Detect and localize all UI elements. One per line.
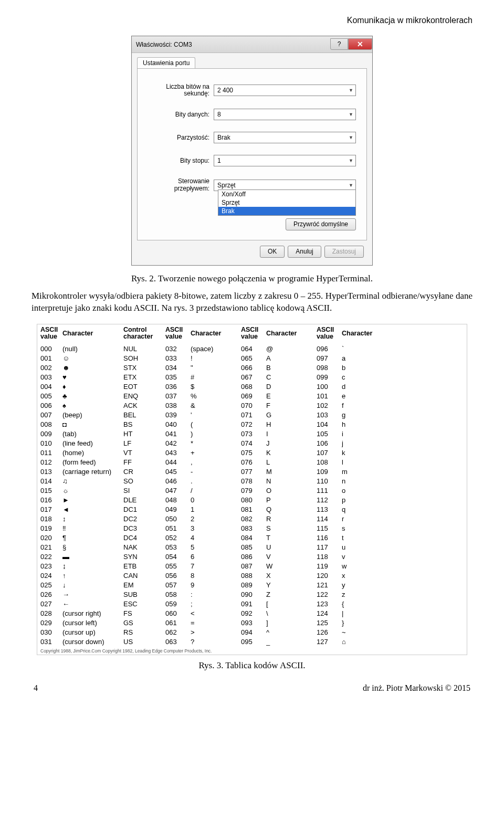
baud-label: Liczba bitów na sekundę: (148, 83, 214, 97)
table-row: 023↨ETB0557087W119w (40, 561, 464, 571)
table-row: 031(cursor down)US063?095_127⌂ (40, 637, 464, 646)
table-row: 000(null)NUL032(space)064@096` (40, 344, 464, 353)
flow-select[interactable]: Sprzęt ▼ (214, 180, 356, 191)
flow-label: Sterowanie przepływem: (148, 178, 214, 192)
flow-dropdown-list[interactable]: Xon/Xoff Sprzęt Brak (218, 189, 356, 216)
table-row: 003♥ETX035#067C099c (40, 372, 464, 382)
help-icon: ? (338, 40, 341, 48)
table-row: 020¶DC40524084T116t (40, 533, 464, 542)
table-row: 012(form feed)FF044,076L108l (40, 457, 464, 467)
stopbits-select[interactable]: 1 ▼ (214, 155, 356, 166)
table-row: 014♫SO046.078N110n (40, 476, 464, 486)
help-button[interactable]: ? (330, 38, 348, 50)
close-button[interactable]: ✕ (348, 38, 372, 50)
figure-2-caption: Rys. 2. Tworzenie nowego połączenia w pr… (32, 273, 472, 284)
titlebar: Właściwości: COM3 ? ✕ (132, 36, 372, 53)
table-row: 015☼SI047/079O111o (40, 486, 464, 495)
table-row: 021§NAK0535085U117u (40, 542, 464, 552)
table-row: 010(line feed)LF042*074J106j (40, 438, 464, 448)
flow-option[interactable]: Sprzęt (218, 198, 355, 207)
table-row: 028(cursor right)FS060<092\124| (40, 608, 464, 618)
table-row: 018↕DC20502082R114r (40, 514, 464, 523)
table-row: 024↑CAN0568088X120x (40, 571, 464, 580)
flow-option-selected[interactable]: Brak (218, 207, 355, 215)
close-icon: ✕ (357, 40, 363, 48)
table-row: 017◄DC10491081Q113q (40, 504, 464, 514)
dialog-title: Właściwości: COM3 (136, 41, 192, 48)
table-row: 009(tab)HT041)073I105i (40, 429, 464, 438)
author-line: dr inż. Piotr Markowski © 2015 (363, 683, 470, 693)
body-paragraph: Mikrokontroler wysyła/odbiera pakiety 8-… (32, 290, 472, 314)
tab-port-settings[interactable]: Ustawienia portu (137, 57, 195, 68)
table-row: 027←ESC059;091[123{ (40, 599, 464, 608)
chevron-down-icon: ▼ (349, 88, 353, 93)
table-row: 004♦EOT036$068D100d (40, 382, 464, 391)
table-row: 007(beep)BEL039'071G103g (40, 410, 464, 419)
parity-label: Parzystość: (148, 134, 214, 141)
ok-button[interactable]: OK (260, 246, 285, 258)
table-row: 026→SUB058:090Z122z (40, 589, 464, 599)
table-row: 029(cursor left)GS061=093]125} (40, 618, 464, 627)
table-row: 011(home)VT043+075K107k (40, 448, 464, 457)
chevron-down-icon: ▼ (349, 183, 353, 188)
table-row: 006♠ACK038&070F102f (40, 401, 464, 410)
page-header: Komunikacja w mikrokontrolerach (32, 16, 472, 25)
ascii-table: ASCII value Character Control character … (37, 324, 467, 656)
table-row: 002☻STX034"066B098b (40, 363, 464, 372)
table-row: 025↓EM0579089Y121y (40, 580, 464, 589)
table-row: 022▬SYN0546086V118v (40, 552, 464, 561)
flow-option[interactable]: Xon/Xoff (218, 190, 355, 198)
cancel-button[interactable]: Anuluj (288, 246, 321, 258)
chevron-down-icon: ▼ (349, 112, 353, 117)
chevron-down-icon: ▼ (349, 135, 353, 140)
page-footer: 4 dr inż. Piotr Markowski © 2015 (32, 683, 472, 693)
ascii-table-header: ASCII value Character Control character … (40, 327, 464, 341)
table-row: 005♣ENQ037%069E101e (40, 391, 464, 401)
page-number: 4 (34, 683, 38, 693)
table-row: 019‼DC30513083S115s (40, 523, 464, 533)
apply-button[interactable]: Zastosuj (324, 246, 364, 258)
restore-defaults-button[interactable]: Przywróć domyślne (286, 218, 356, 230)
baud-select[interactable]: 2 400 ▼ (214, 85, 356, 96)
figure-3-caption: Rys. 3. Tablica kodów ASCII. (32, 660, 472, 671)
table-row: 013(carriage return)CR045-077M109m (40, 467, 464, 476)
databits-select[interactable]: 8 ▼ (214, 109, 356, 120)
table-row: 008◘BS040(072H104h (40, 419, 464, 429)
stopbits-label: Bity stopu: (148, 157, 214, 164)
chevron-down-icon: ▼ (349, 158, 353, 163)
databits-label: Bity danych: (148, 111, 214, 118)
table-row: 030(cursor up)RS062>094^126~ (40, 627, 464, 637)
parity-select[interactable]: Brak ▼ (214, 132, 356, 143)
table-row: 001☺SOH033!065A097a (40, 353, 464, 363)
com-properties-dialog: Właściwości: COM3 ? ✕ Ustawienia portu L… (131, 36, 373, 266)
ascii-copyright: Copyright 1988, JimPrice.Com Copyright 1… (40, 648, 464, 654)
table-row: 016►DLE0480080P112p (40, 495, 464, 504)
